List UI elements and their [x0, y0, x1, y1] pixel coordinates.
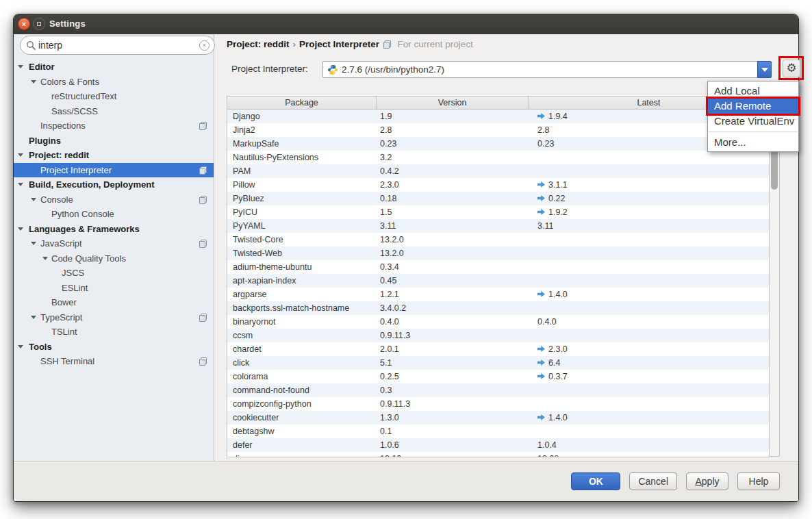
- package-row-debtagshw[interactable]: debtagshw0.1: [227, 425, 769, 438]
- expand-arrow-icon[interactable]: [18, 65, 23, 68]
- package-row-pillow[interactable]: Pillow2.3.03.1.1: [227, 178, 769, 192]
- per-project-icon: [383, 40, 391, 49]
- package-row-dirspec[interactable]: dirspec13.1013.08: [227, 452, 769, 457]
- package-version: 2.0.1: [377, 342, 529, 356]
- package-latest: [529, 329, 769, 342]
- gear-button[interactable]: ⚙: [783, 60, 800, 77]
- sidebar-item-label: TypeScript: [40, 310, 82, 325]
- sidebar-item-tools[interactable]: Tools: [14, 340, 214, 355]
- menu-item-add-local[interactable]: Add Local: [708, 84, 798, 99]
- per-project-icon: [199, 166, 207, 175]
- package-row-cookiecutter[interactable]: cookiecutter1.3.01.4.0: [227, 411, 769, 425]
- sidebar-item-plugins[interactable]: Plugins: [14, 134, 214, 149]
- combo-dropdown-button[interactable]: [757, 61, 772, 78]
- cancel-button[interactable]: Cancel: [629, 472, 677, 490]
- sidebar-item-restructuredtext[interactable]: reStructuredText: [14, 89, 214, 104]
- sidebar-item-ssh-terminal[interactable]: SSH Terminal: [14, 354, 214, 369]
- sidebar-item-label: Colors & Fonts: [40, 75, 99, 90]
- sidebar-item-colors-fonts[interactable]: Colors & Fonts: [14, 75, 214, 90]
- expand-arrow-icon[interactable]: [31, 198, 36, 201]
- package-latest: 6.4: [529, 356, 769, 370]
- package-row-binaryornot[interactable]: binaryornot0.4.00.4.0: [227, 315, 769, 329]
- window-titlebar[interactable]: × Settings: [14, 14, 798, 34]
- package-row-jinja2[interactable]: Jinja22.82.8: [227, 123, 769, 137]
- ok-button[interactable]: OK: [571, 472, 620, 490]
- menu-item-add-remote[interactable]: Add Remote: [708, 99, 798, 114]
- expand-arrow-icon[interactable]: [18, 153, 23, 157]
- package-row-colorama[interactable]: colorama0.2.50.3.7: [227, 370, 769, 383]
- sidebar-item-sass-scss[interactable]: Sass/SCSS: [14, 104, 214, 119]
- per-project-icon: [199, 122, 207, 130]
- column-header-package[interactable]: Package: [227, 97, 377, 109]
- apply-button[interactable]: Apply: [686, 472, 728, 490]
- packages-table-body: Django1.91.9.4Jinja22.82.8MarkupSafe0.23…: [227, 110, 769, 457]
- sidebar-item-python-console[interactable]: Python Console: [14, 207, 214, 222]
- package-version: 0.1: [377, 425, 529, 438]
- package-row-backports-ssl-match-hostname[interactable]: backports.ssl-match-hostname3.4.0.2: [227, 301, 769, 315]
- package-row-apt-xapian-index[interactable]: apt-xapian-index0.45: [227, 274, 769, 288]
- package-row-pyyaml[interactable]: PyYAML3.113.11: [227, 219, 769, 233]
- package-version: 13.2.0: [377, 233, 529, 246]
- menu-item-more[interactable]: More...: [708, 135, 798, 150]
- sidebar-item-editor[interactable]: Editor: [14, 60, 214, 75]
- package-version: 1.0.6: [377, 438, 529, 452]
- expand-arrow-icon[interactable]: [31, 80, 36, 84]
- expand-arrow-icon[interactable]: [42, 257, 48, 260]
- breadcrumb-separator: ›: [293, 39, 296, 49]
- package-row-markupsafe[interactable]: MarkupSafe0.230.23: [227, 137, 769, 151]
- package-name: colorama: [227, 370, 377, 383]
- menu-item-create-virtualenv[interactable]: Create VirtualEnv: [708, 114, 798, 129]
- sidebar-item-inspections[interactable]: Inspections: [14, 118, 214, 134]
- package-row-pyicu[interactable]: PyICU1.51.9.2: [227, 205, 769, 219]
- sidebar-item-bower[interactable]: Bower: [14, 295, 214, 310]
- package-row-command-not-found[interactable]: command-not-found0.3: [227, 383, 769, 397]
- search-input[interactable]: [38, 38, 196, 52]
- search-box[interactable]: ×: [20, 36, 215, 55]
- package-row-defer[interactable]: defer1.0.61.0.4: [227, 438, 769, 452]
- package-row-adium-theme-ubuntu[interactable]: adium-theme-ubuntu0.3.4: [227, 260, 769, 274]
- sidebar-item-javascript[interactable]: JavaScript: [14, 236, 214, 251]
- package-latest: 13.08: [529, 452, 769, 457]
- package-name: defer: [227, 438, 377, 452]
- sidebar-item-jscs[interactable]: JSCS: [14, 266, 214, 281]
- clear-search-icon[interactable]: ×: [199, 40, 210, 51]
- package-row-pam[interactable]: PAM0.4.2: [227, 164, 769, 178]
- sidebar-item-tslint[interactable]: TSLint: [14, 325, 214, 340]
- sidebar-item-project-reddit[interactable]: Project: reddit: [14, 148, 214, 163]
- package-row-pybluez[interactable]: PyBluez0.180.22: [227, 192, 769, 205]
- sidebar-item-languages-frameworks[interactable]: Languages & Frameworks: [14, 222, 214, 237]
- expand-arrow-icon[interactable]: [31, 316, 36, 319]
- interpreter-select[interactable]: 2.7.6 (/usr/bin/python2.7): [322, 61, 772, 78]
- help-button[interactable]: Help: [737, 472, 780, 490]
- window-maximize-button[interactable]: [33, 18, 45, 30]
- package-row-click[interactable]: click5.16.4: [227, 356, 769, 370]
- sidebar-item-label: Inspections: [40, 118, 86, 134]
- package-latest: 0.3.7: [529, 370, 769, 383]
- per-project-icon: [199, 357, 207, 366]
- expand-arrow-icon[interactable]: [18, 227, 23, 231]
- sidebar-item-project-interpreter[interactable]: Project Interpreter: [14, 163, 214, 178]
- sidebar-item-console[interactable]: Console: [14, 192, 214, 207]
- expand-arrow-icon[interactable]: [31, 242, 36, 245]
- expand-arrow-icon[interactable]: [18, 345, 23, 349]
- sidebar-item-code-quality-tools[interactable]: Code Quality Tools: [14, 251, 214, 266]
- package-row-argparse[interactable]: argparse1.2.11.4.0: [227, 288, 769, 301]
- package-row-chardet[interactable]: chardet2.0.12.3.0: [227, 342, 769, 356]
- window-close-button[interactable]: ×: [18, 18, 30, 30]
- package-row-django[interactable]: Django1.91.9.4: [227, 110, 769, 123]
- sidebar-item-build-execution-deployment[interactable]: Build, Execution, Deployment: [14, 177, 214, 192]
- package-row-ccsm[interactable]: ccsm0.9.11.3: [227, 329, 769, 342]
- sidebar-item-eslint[interactable]: ESLint: [14, 281, 214, 296]
- package-row-nautilus-pyextensions[interactable]: Nautilus-PyExtensions3.2: [227, 151, 769, 164]
- expand-arrow-icon[interactable]: [18, 183, 23, 186]
- package-latest: [529, 301, 769, 315]
- package-row-compizconfig-python[interactable]: compizconfig-python0.9.11.3: [227, 397, 769, 411]
- column-header-version[interactable]: Version: [377, 97, 529, 109]
- package-row-twisted-core[interactable]: Twisted-Core13.2.0: [227, 233, 769, 246]
- desktop-background: × Settings × EditorColors & FontsreStruc…: [0, 0, 812, 519]
- package-latest: 0.4.0: [529, 315, 769, 329]
- sidebar-item-label: Languages & Frameworks: [29, 222, 140, 237]
- sidebar-item-typescript[interactable]: TypeScript: [14, 310, 214, 325]
- package-row-twisted-web[interactable]: Twisted-Web13.2.0: [227, 246, 769, 260]
- package-name: ccsm: [227, 329, 377, 342]
